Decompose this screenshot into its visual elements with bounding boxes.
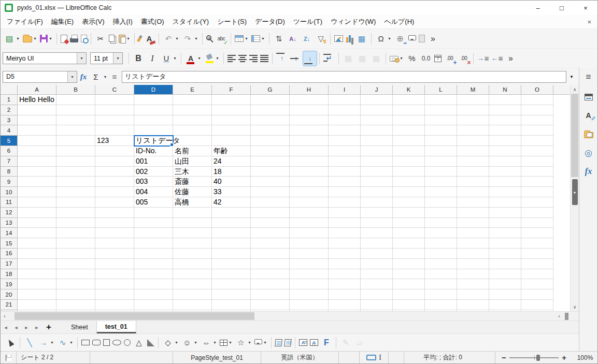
cell-c3[interactable] xyxy=(95,115,134,126)
menu-d[interactable]: データ(D) xyxy=(251,15,289,28)
cell-a14[interactable] xyxy=(18,228,56,238)
redo-button[interactable]: ↷▾ xyxy=(181,32,200,46)
cell-c22[interactable] xyxy=(95,310,134,311)
cell-g1[interactable] xyxy=(251,95,290,105)
cell-d15[interactable] xyxy=(134,238,173,249)
cell-e2[interactable] xyxy=(173,105,212,115)
cell-k3[interactable] xyxy=(393,115,425,126)
cell-c8[interactable] xyxy=(95,167,134,177)
cell-g21[interactable] xyxy=(251,300,290,310)
text-box-button[interactable]: A xyxy=(298,338,308,347)
cell-n4[interactable] xyxy=(489,125,521,136)
italic-button[interactable]: I xyxy=(146,51,159,66)
cell-a9[interactable] xyxy=(18,177,56,187)
cell-m20[interactable] xyxy=(457,289,489,300)
cell-o9[interactable] xyxy=(521,177,553,187)
cell-i7[interactable] xyxy=(329,156,361,167)
cell-h13[interactable] xyxy=(290,218,329,228)
cell-n14[interactable] xyxy=(489,228,521,238)
cell-a1[interactable]: Hello Hello xyxy=(18,95,56,105)
basic-shapes-dropdown[interactable]: ▾ xyxy=(174,340,179,345)
cell-k18[interactable] xyxy=(393,269,425,280)
new-document-button[interactable]: ▤▾ xyxy=(3,32,21,46)
cell-c11[interactable] xyxy=(95,197,134,208)
cell-d10[interactable]: 004 xyxy=(134,187,173,197)
cell-n19[interactable] xyxy=(489,279,521,289)
cell-k6[interactable] xyxy=(393,146,425,156)
cell-h17[interactable] xyxy=(290,259,329,269)
cell-n15[interactable] xyxy=(489,238,521,249)
block-arrows-dropdown[interactable]: ▾ xyxy=(212,340,217,345)
cell-m2[interactable] xyxy=(457,105,489,115)
wrap-text-button[interactable]: ↵ xyxy=(322,51,336,66)
cell-a10[interactable] xyxy=(18,187,56,197)
cell-f10[interactable]: 33 xyxy=(212,187,251,197)
cell-l22[interactable] xyxy=(425,310,457,311)
cell-l6[interactable] xyxy=(425,146,457,156)
align-right-button[interactable] xyxy=(248,53,259,64)
cell-d6[interactable]: ID-No. xyxy=(134,146,173,156)
row-header-4[interactable]: 4 xyxy=(1,125,18,136)
fontwork-button[interactable]: F xyxy=(320,336,333,350)
cell-e18[interactable] xyxy=(173,269,212,280)
cell-b7[interactable] xyxy=(56,156,95,167)
find-replace-button[interactable] xyxy=(205,35,214,42)
cell-b19[interactable] xyxy=(56,279,95,289)
cell-h15[interactable] xyxy=(290,238,329,249)
scroll-left-icon[interactable]: ‹ xyxy=(1,313,9,319)
cell-a6[interactable] xyxy=(18,146,56,156)
cell-c20[interactable] xyxy=(95,289,134,300)
row-header-18[interactable]: 18 xyxy=(1,269,18,280)
highlighting-color-button[interactable]: ▾ xyxy=(203,52,221,65)
cell-m1[interactable] xyxy=(457,95,489,105)
font-name-combo[interactable]: Meiryo UI ▾ xyxy=(3,52,87,64)
cell-m16[interactable] xyxy=(457,249,489,259)
cell-c21[interactable] xyxy=(95,300,134,310)
cell-n7[interactable] xyxy=(489,156,521,167)
cell-i1[interactable] xyxy=(329,95,361,105)
cell-l18[interactable] xyxy=(425,269,457,280)
row-header-3[interactable]: 3 xyxy=(1,115,18,126)
cell-h8[interactable] xyxy=(290,167,329,177)
select-function-button[interactable]: Σ xyxy=(90,70,102,83)
row-header-7[interactable]: 7 xyxy=(1,156,18,167)
cell-d14[interactable] xyxy=(134,228,173,238)
zoom-slider[interactable]: − + xyxy=(495,352,573,363)
cell-o22[interactable] xyxy=(521,310,553,311)
cell-b16[interactable] xyxy=(56,249,95,259)
cell-f14[interactable] xyxy=(212,228,251,238)
menu-y[interactable]: スタイル(Y) xyxy=(168,15,213,28)
right-triangle-button[interactable] xyxy=(146,338,155,348)
cell-i16[interactable] xyxy=(329,249,361,259)
close-document-button[interactable]: × xyxy=(581,18,597,26)
underline-button[interactable]: U▾ xyxy=(160,51,178,66)
cell-d22[interactable] xyxy=(134,310,173,311)
date-format-button[interactable]: 7 xyxy=(433,53,443,64)
rows-button[interactable]: ▾ xyxy=(234,34,250,43)
cell-m12[interactable] xyxy=(457,208,489,218)
cell-a21[interactable] xyxy=(18,300,56,310)
cell-i13[interactable] xyxy=(329,218,361,228)
cell-e10[interactable]: 佐藤 xyxy=(173,187,212,197)
cell-i21[interactable] xyxy=(329,300,361,310)
font-color-button[interactable]: A▾ xyxy=(184,51,203,66)
cell-m9[interactable] xyxy=(457,177,489,187)
cell-f2[interactable] xyxy=(212,105,251,115)
cell-i17[interactable] xyxy=(329,259,361,269)
column-header-h[interactable]: H xyxy=(290,85,329,95)
cell-c9[interactable] xyxy=(95,177,134,187)
cell-m3[interactable] xyxy=(457,115,489,126)
functions-button[interactable]: fx xyxy=(581,164,596,179)
cell-o13[interactable] xyxy=(521,218,553,228)
redo-dropdown[interactable]: ▾ xyxy=(194,36,198,41)
cell-g9[interactable] xyxy=(251,177,290,187)
column-header-b[interactable]: B xyxy=(56,85,95,95)
cell-o4[interactable] xyxy=(521,125,553,136)
cell-f8[interactable]: 18 xyxy=(212,167,251,177)
cell-a18[interactable] xyxy=(18,269,56,280)
cell-b20[interactable] xyxy=(56,289,95,300)
sum-average-status[interactable]: 平均: ; 合計: 0 xyxy=(404,352,481,363)
zoom-level-status[interactable]: 100% xyxy=(573,352,597,363)
cell-e16[interactable] xyxy=(173,249,212,259)
justified-button[interactable] xyxy=(259,53,269,64)
